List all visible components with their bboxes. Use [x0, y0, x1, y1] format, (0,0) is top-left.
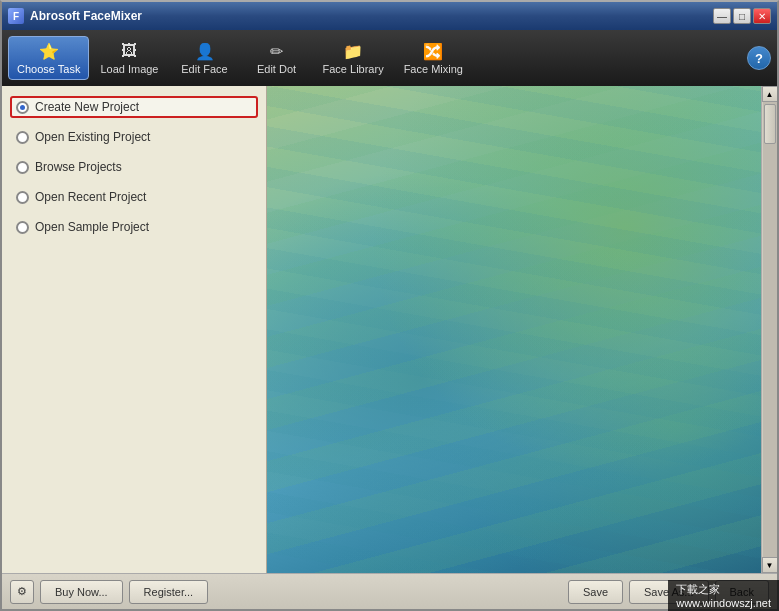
watermark: 下載之家 www.windowszj.net [668, 580, 779, 611]
window-title: Abrosoft FaceMixer [30, 9, 142, 23]
radio-open-recent [16, 191, 29, 204]
background-wave2 [267, 86, 777, 573]
minimize-button[interactable]: — [713, 8, 731, 24]
save-button[interactable]: Save [568, 580, 623, 604]
gear-icon: ⚙ [17, 585, 27, 598]
toolbar-edit-face[interactable]: 👤 Edit Face [170, 36, 240, 80]
gear-button[interactable]: ⚙ [10, 580, 34, 604]
option-open-sample[interactable]: Open Sample Project [10, 216, 258, 238]
choose-task-label: Choose Task [17, 63, 80, 75]
scroll-thumb[interactable] [764, 104, 776, 144]
main-panel: ▲ ▼ [267, 86, 777, 573]
create-new-label: Create New Project [35, 100, 139, 114]
edit-face-icon: 👤 [193, 41, 217, 61]
face-library-icon: 📁 [341, 41, 365, 61]
toolbar-load-image[interactable]: 🖼 Load Image [91, 36, 167, 80]
face-library-label: Face Library [323, 63, 384, 75]
radio-create-new [16, 101, 29, 114]
save-label: Save [583, 586, 608, 598]
title-bar-left: F Abrosoft FaceMixer [8, 8, 142, 24]
option-browse[interactable]: Browse Projects [10, 156, 258, 178]
maximize-button[interactable]: □ [733, 8, 751, 24]
edit-face-label: Edit Face [181, 63, 227, 75]
edit-dot-icon: ✏ [265, 41, 289, 61]
buy-now-button[interactable]: Buy Now... [40, 580, 123, 604]
app-icon: F [8, 8, 24, 24]
buy-now-label: Buy Now... [55, 586, 108, 598]
option-open-recent[interactable]: Open Recent Project [10, 186, 258, 208]
register-label: Register... [144, 586, 194, 598]
help-button[interactable]: ? [747, 46, 771, 70]
watermark-text: 下載之家 [676, 583, 720, 595]
left-panel: Create New Project Open Existing Project… [2, 86, 267, 573]
radio-open-existing [16, 131, 29, 144]
toolbar: ⭐ Choose Task 🖼 Load Image 👤 Edit Face ✏… [2, 30, 777, 86]
edit-dot-label: Edit Dot [257, 63, 296, 75]
toolbar-choose-task[interactable]: ⭐ Choose Task [8, 36, 89, 80]
content-area: Create New Project Open Existing Project… [2, 86, 777, 573]
toolbar-edit-dot[interactable]: ✏ Edit Dot [242, 36, 312, 80]
toolbar-face-library[interactable]: 📁 Face Library [314, 36, 393, 80]
choose-task-icon: ⭐ [37, 41, 61, 61]
main-window: F Abrosoft FaceMixer — □ ✕ ⭐ Choose Task… [0, 0, 779, 611]
face-mixing-icon: 🔀 [421, 41, 445, 61]
scroll-track[interactable] [763, 102, 777, 557]
load-image-icon: 🖼 [117, 41, 141, 61]
toolbar-face-mixing[interactable]: 🔀 Face Mixing [395, 36, 472, 80]
close-button[interactable]: ✕ [753, 8, 771, 24]
scroll-up-arrow[interactable]: ▲ [762, 86, 778, 102]
browse-label: Browse Projects [35, 160, 122, 174]
face-mixing-label: Face Mixing [404, 63, 463, 75]
open-existing-label: Open Existing Project [35, 130, 150, 144]
radio-open-sample [16, 221, 29, 234]
radio-browse [16, 161, 29, 174]
register-button[interactable]: Register... [129, 580, 209, 604]
load-image-label: Load Image [100, 63, 158, 75]
title-bar: F Abrosoft FaceMixer — □ ✕ [2, 2, 777, 30]
watermark-url: www.windowszj.net [676, 597, 771, 609]
option-create-new[interactable]: Create New Project [10, 96, 258, 118]
option-open-existing[interactable]: Open Existing Project [10, 126, 258, 148]
bottom-bar: ⚙ Buy Now... Register... Save Save As...… [2, 573, 777, 609]
scrollbar[interactable]: ▲ ▼ [761, 86, 777, 573]
title-bar-controls: — □ ✕ [713, 8, 771, 24]
open-recent-label: Open Recent Project [35, 190, 146, 204]
open-sample-label: Open Sample Project [35, 220, 149, 234]
scroll-down-arrow[interactable]: ▼ [762, 557, 778, 573]
